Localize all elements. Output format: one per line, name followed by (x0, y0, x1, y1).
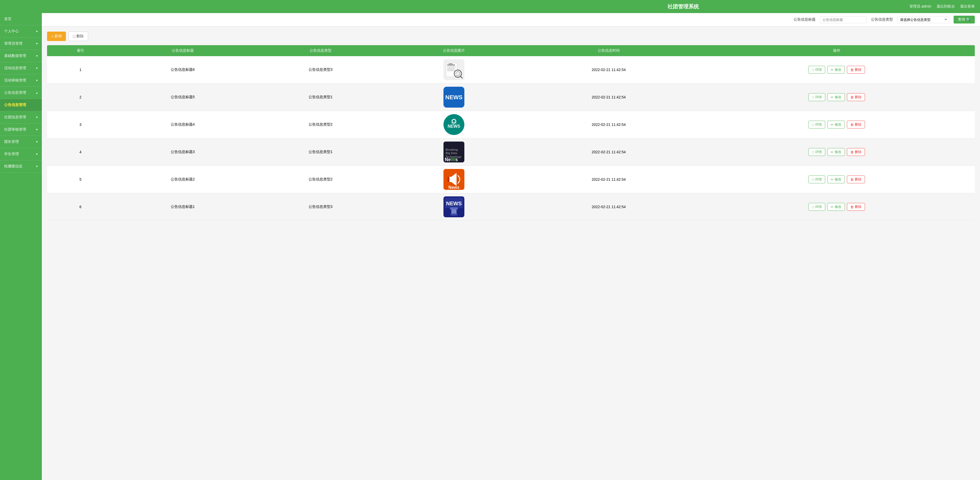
edit-label: 修改 (835, 204, 842, 209)
sidebar-item-announcement-mgmt[interactable]: 公告信息管理 ▴ (0, 87, 42, 99)
batch-delete-button[interactable]: □ 删除 (68, 32, 88, 41)
sidebar-item-announcement-sub[interactable]: 公告信息管理 (0, 99, 42, 111)
action-buttons: □ 详情 ✏ 修改 🗑 删除 (703, 148, 970, 156)
col-index: 索引 (47, 45, 114, 56)
sidebar-item-label: 管理员管理 (4, 41, 22, 46)
detail-icon: □ (812, 177, 814, 182)
chevron-down-icon: ▾ (36, 152, 38, 156)
cell-type: 公告信息类型3 (251, 193, 389, 221)
trash-icon: 🗑 (850, 177, 854, 182)
svg-rect-3 (447, 67, 456, 67)
detail-label: 详情 (815, 150, 822, 154)
sidebar-item-label: 个人中心 (4, 29, 19, 34)
sidebar-item-banner-info[interactable]: 轮播图信息 ▾ (0, 160, 42, 173)
delete-button-label: 删除 (76, 34, 84, 39)
sidebar-item-base-data[interactable]: 基础数据管理 ▾ (0, 50, 42, 62)
trash-icon: 🗑 (850, 123, 854, 127)
logout-link[interactable]: 退出登录 (960, 4, 975, 9)
cell-actions: □ 详情 ✏ 修改 🗑 删除 (699, 138, 975, 166)
edit-button[interactable]: ✏ 修改 (827, 203, 845, 211)
cell-type: 公告信息类型3 (251, 56, 389, 84)
detail-button[interactable]: □ 详情 (808, 203, 825, 211)
trash-icon: 🗑 (850, 95, 854, 99)
add-button[interactable]: + 新增 (47, 32, 66, 41)
sidebar-item-leader-mgmt[interactable]: 团长管理 ▾ (0, 136, 42, 148)
chevron-down-icon: ▾ (36, 165, 38, 168)
cell-type: 公告信息类型1 (251, 84, 389, 111)
delete-label: 删除 (855, 122, 862, 127)
type-label: 公告信息类型 (871, 17, 893, 22)
detail-button[interactable]: □ 详情 (808, 93, 825, 101)
trash-icon: 🗑 (850, 68, 854, 72)
query-button[interactable]: 查询 🔍 (954, 16, 975, 24)
cell-index: 1 (47, 56, 114, 84)
edit-button[interactable]: ✏ 修改 (827, 66, 845, 74)
sidebar-item-label: 学生管理 (4, 152, 19, 157)
detail-button[interactable]: □ 详情 (808, 66, 825, 74)
table-row: 4 公告信息标题3 公告信息类型1 Breaking Big Data Tech… (47, 138, 975, 166)
delete-button[interactable]: 🗑 删除 (847, 176, 865, 183)
sidebar-item-personal[interactable]: 个人中心 ▾ (0, 25, 42, 38)
action-buttons: □ 详情 ✏ 修改 🗑 删除 (703, 93, 970, 101)
chevron-down-icon: ▾ (36, 30, 38, 33)
trash-icon: 🗑 (850, 205, 854, 209)
delete-button[interactable]: 🗑 删除 (847, 148, 865, 156)
cell-actions: □ 详情 ✏ 修改 🗑 删除 (699, 193, 975, 221)
col-type: 公告信息类型 (251, 45, 389, 56)
edit-button[interactable]: ✏ 修改 (827, 176, 845, 183)
sidebar-item-home[interactable]: 首页 (0, 13, 42, 25)
edit-button[interactable]: ✏ 修改 (827, 148, 845, 156)
sidebar-item-label: 轮播图信息 (4, 164, 22, 169)
detail-icon: □ (812, 68, 814, 72)
sidebar-item-org-info[interactable]: 社团信息管理 ▾ (0, 111, 42, 124)
layout: 首页 个人中心 ▾ 管理员管理 ▾ 基础数据管理 ▾ 活动信息管理 ▾ 活动审核… (0, 13, 980, 480)
admin-label: 管理员 admin (909, 4, 931, 9)
detail-button[interactable]: □ 详情 (808, 148, 825, 156)
cell-image: News (389, 166, 519, 193)
cell-title: 公告信息标题3 (114, 138, 251, 166)
add-button-label: 新增 (54, 34, 62, 39)
delete-button[interactable]: 🗑 删除 (847, 93, 865, 101)
type-select[interactable]: 请选择公告信息类型 公告信息类型1 公告信息类型2 公告信息类型3 (897, 16, 950, 23)
sidebar-item-admin-mgmt[interactable]: 管理员管理 ▾ (0, 38, 42, 50)
cell-title: 公告信息标题5 (114, 84, 251, 111)
svg-rect-4 (447, 68, 455, 68)
search-input[interactable] (820, 16, 867, 23)
back-to-front-link[interactable]: 退出到前台 (937, 4, 955, 9)
cell-image: news (389, 56, 519, 84)
sidebar-item-org-review[interactable]: 社团审核管理 ▾ (0, 124, 42, 136)
edit-button[interactable]: ✏ 修改 (827, 93, 845, 101)
detail-icon: □ (812, 123, 814, 127)
data-table-wrap: 索引 公告信息标题 公告信息类型 公告信息图片 公告信息时间 操作 1 公告信息… (47, 45, 975, 221)
svg-text:NEWS: NEWS (448, 124, 460, 128)
detail-label: 详情 (815, 204, 822, 209)
svg-text:NeWs: NeWs (445, 157, 458, 162)
cell-index: 2 (47, 84, 114, 111)
sidebar-item-label: 公告信息管理 (4, 103, 26, 107)
news-image-5: News (444, 169, 465, 190)
cell-time: 2022-02-21 11:42:54 (519, 84, 699, 111)
chevron-down-icon: ▾ (36, 67, 38, 70)
detail-button[interactable]: □ 详情 (808, 120, 825, 128)
detail-button[interactable]: □ 详情 (808, 176, 825, 183)
delete-button[interactable]: 🗑 删除 (847, 66, 865, 74)
sidebar-item-activity-review[interactable]: 活动审核管理 ▾ (0, 74, 42, 87)
svg-rect-28 (447, 177, 449, 182)
svg-rect-5 (447, 69, 455, 70)
cell-time: 2022-02-21 11:42:54 (519, 193, 699, 221)
svg-text:news: news (449, 63, 453, 65)
news-image-3: 🎙 NEWS (444, 114, 465, 135)
cell-time: 2022-02-21 11:42:54 (519, 166, 699, 193)
delete-button[interactable]: 🗑 删除 (847, 203, 865, 211)
svg-rect-34 (450, 208, 458, 209)
action-buttons: □ 详情 ✏ 修改 🗑 删除 (703, 120, 970, 128)
edit-button[interactable]: ✏ 修改 (827, 120, 845, 128)
sidebar-item-student-mgmt[interactable]: 学生管理 ▾ (0, 148, 42, 160)
cell-title: 公告信息标题4 (114, 111, 251, 138)
add-icon: + (51, 34, 53, 38)
cell-title: 公告信息标题1 (114, 193, 251, 221)
detail-label: 详情 (815, 67, 822, 72)
sidebar-submenu-announcement: 公告信息管理 (0, 99, 42, 111)
delete-button[interactable]: 🗑 删除 (847, 120, 865, 128)
sidebar-item-activity-info[interactable]: 活动信息管理 ▾ (0, 62, 42, 74)
